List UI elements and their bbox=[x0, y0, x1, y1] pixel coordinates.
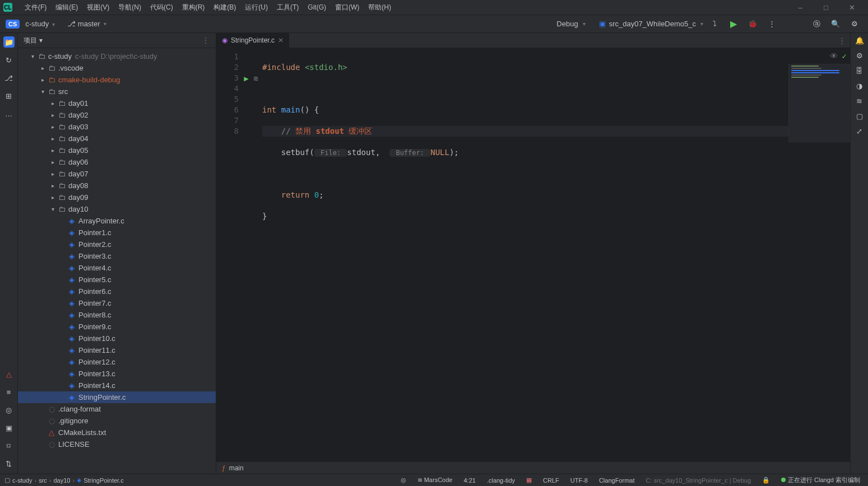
line-number[interactable]: 4 bbox=[216, 83, 239, 94]
menu-item[interactable]: 窗口(W) bbox=[331, 0, 364, 15]
tree-row[interactable]: ▸◈Pointer8.c bbox=[18, 309, 216, 321]
terminal-icon[interactable]: ⌑ bbox=[3, 440, 15, 451]
todo-icon[interactable]: ≡ bbox=[3, 386, 15, 398]
line-number[interactable]: 7 bbox=[216, 115, 239, 126]
tree-row[interactable]: ▸🗀day09 bbox=[18, 191, 216, 203]
project-icon[interactable]: 📁 bbox=[3, 36, 15, 48]
tree-row[interactable]: ▸◌.clang-format bbox=[18, 403, 216, 415]
tree-row[interactable]: ▸🗀day03 bbox=[18, 121, 216, 133]
tree-toggle[interactable]: ▸ bbox=[48, 112, 57, 118]
tree-toggle[interactable]: ▸ bbox=[48, 183, 57, 189]
menu-item[interactable]: 工具(T) bbox=[272, 0, 303, 15]
menu-item[interactable]: 编辑(E) bbox=[51, 0, 82, 15]
maximize-button[interactable]: □ bbox=[813, 0, 839, 15]
menu-item[interactable]: 帮助(H) bbox=[364, 0, 396, 15]
tree-row[interactable]: ▸◈Pointer3.c bbox=[18, 250, 216, 262]
tree-row[interactable]: ▸◈Pointer1.c bbox=[18, 227, 216, 239]
indexing-progress[interactable]: 正在进行 Clangd 索引编制 bbox=[778, 476, 864, 484]
tree-toggle[interactable]: ▸ bbox=[48, 147, 57, 153]
target-status[interactable]: C: src_day10_StringPointer_c | Debug bbox=[643, 477, 755, 484]
tree-row[interactable]: ▸🗀day08 bbox=[18, 180, 216, 191]
aim-icon[interactable]: ◎ bbox=[397, 476, 410, 484]
tree-row[interactable]: ▸◈Pointer5.c bbox=[18, 274, 216, 286]
project-selector[interactable]: c-study ▾ bbox=[25, 20, 55, 28]
build-config-selector[interactable]: Debug ▾ bbox=[556, 20, 585, 28]
tree-row[interactable]: ▸◈Pointer9.c bbox=[18, 321, 216, 333]
expand-icon[interactable]: ⤢ bbox=[856, 127, 862, 135]
line-number[interactable]: 6 bbox=[216, 105, 239, 115]
menu-item[interactable]: 导航(N) bbox=[114, 0, 146, 15]
tree-toggle[interactable]: ▸ bbox=[48, 194, 57, 200]
path-breadcrumb[interactable]: ▢ c-study› src› day10› ◈ StringPointer.c bbox=[4, 476, 124, 484]
ai-icon[interactable]: ⚙ bbox=[856, 52, 863, 60]
services-icon[interactable]: ◑ bbox=[856, 82, 862, 90]
tree-toggle[interactable]: ▸ bbox=[48, 159, 57, 165]
tree-row[interactable]: ▸◈Pointer4.c bbox=[18, 262, 216, 274]
tree-row[interactable]: ▸🗀day05 bbox=[18, 144, 216, 156]
minimap[interactable] bbox=[788, 64, 850, 142]
tree-row[interactable]: ▸◌.gitignore bbox=[18, 415, 216, 427]
line-number[interactable]: 1 bbox=[216, 52, 239, 62]
tree-row[interactable]: ▸◈Pointer2.c bbox=[18, 239, 216, 250]
marscode-status[interactable]: ≋ MarsCode bbox=[414, 476, 456, 484]
tree-toggle[interactable]: ▸ bbox=[38, 65, 47, 71]
close-icon[interactable]: ✕ bbox=[278, 36, 284, 44]
git-tool-icon[interactable]: ⇅ bbox=[3, 458, 15, 469]
tree-toggle[interactable]: ▸ bbox=[48, 171, 57, 177]
close-button[interactable]: ✕ bbox=[839, 0, 865, 15]
menu-item[interactable]: 文件(F) bbox=[20, 0, 51, 15]
run-marker-icon[interactable]: ▶ bbox=[244, 74, 248, 83]
menu-item[interactable]: Git(G) bbox=[303, 0, 331, 15]
tree-row[interactable]: ▸🗀day07 bbox=[18, 168, 216, 180]
menu-item[interactable]: 重构(R) bbox=[178, 0, 210, 15]
tree-toggle[interactable]: ▸ bbox=[38, 77, 47, 83]
vcs-branch-selector[interactable]: ⎇ master ▾ bbox=[67, 20, 106, 28]
grid-icon[interactable]: ▦ bbox=[523, 476, 535, 484]
tree-toggle[interactable]: ▸ bbox=[48, 135, 57, 142]
inspection-ok-icon[interactable]: ✓ bbox=[842, 52, 847, 60]
project-tree[interactable]: ▾🗀c-studyc-study D:\project\c-study▸🗀.vs… bbox=[18, 48, 216, 474]
current-function-label[interactable]: main bbox=[229, 464, 244, 472]
tree-row[interactable]: ▸◈Pointer10.c bbox=[18, 333, 216, 344]
search-button[interactable]: 🔍 bbox=[828, 20, 843, 28]
lock-icon[interactable]: 🔒 bbox=[759, 476, 773, 484]
more-icon[interactable]: … bbox=[3, 108, 15, 119]
code-content[interactable]: #include <stdio.h> int main() { // 禁用 st… bbox=[259, 48, 850, 461]
tree-row[interactable]: ▸◈Pointer14.c bbox=[18, 380, 216, 391]
tree-row[interactable]: ▸◈ArrayPointer.c bbox=[18, 215, 216, 227]
more-button[interactable]: ⋮ bbox=[764, 20, 779, 28]
tree-row[interactable]: ▸🗀day04 bbox=[18, 133, 216, 144]
tree-row[interactable]: ▸◈Pointer11.c bbox=[18, 344, 216, 356]
tree-toggle[interactable]: ▾ bbox=[48, 206, 57, 212]
tree-row[interactable]: ▸△CMakeLists.txt bbox=[18, 427, 216, 438]
structure-icon[interactable]: ⊞ bbox=[3, 90, 15, 101]
tree-row[interactable]: ▸🗀day02 bbox=[18, 109, 216, 121]
settings-button[interactable]: ⚙ bbox=[847, 20, 862, 28]
run-button[interactable]: ▶ bbox=[726, 18, 741, 29]
notifications-icon[interactable]: 🔔 bbox=[855, 36, 864, 45]
editor-options-icon[interactable]: ⋮ bbox=[834, 36, 850, 45]
tree-row[interactable]: ▸◌LICENSE bbox=[18, 438, 216, 450]
tree-row[interactable]: ▾🗀day10 bbox=[18, 203, 216, 215]
line-number[interactable]: 8 bbox=[216, 126, 239, 137]
tree-row[interactable]: ▸🗀.vscode bbox=[18, 62, 216, 74]
menu-item[interactable]: 构建(B) bbox=[209, 0, 240, 15]
tree-row[interactable]: ▸◈Pointer7.c bbox=[18, 297, 216, 309]
vcs-icon[interactable]: ⎇ bbox=[3, 72, 15, 83]
tree-row[interactable]: ▸🗀day06 bbox=[18, 156, 216, 168]
line-number[interactable]: 5 bbox=[216, 94, 239, 105]
translate-button[interactable]: ⓐ bbox=[809, 19, 824, 29]
chevron-down-icon[interactable]: ▾ bbox=[39, 36, 43, 44]
clang-tidy-status[interactable]: .clang-tidy bbox=[484, 477, 518, 484]
search-icon[interactable]: ▢ bbox=[856, 112, 863, 120]
database-icon[interactable]: 🗄 bbox=[856, 67, 863, 75]
tree-row[interactable]: ▸◈Pointer13.c bbox=[18, 368, 216, 380]
menu-item[interactable]: 代码(C) bbox=[146, 0, 178, 15]
tree-toggle[interactable]: ▸ bbox=[48, 124, 57, 130]
line-number[interactable]: 3 bbox=[216, 73, 239, 83]
tree-row[interactable]: ▾🗀src bbox=[18, 86, 216, 97]
marscode-icon[interactable]: ≋ bbox=[856, 97, 862, 105]
cmake-icon[interactable]: △ bbox=[3, 368, 15, 380]
tree-toggle[interactable]: ▾ bbox=[28, 53, 37, 59]
tree-row[interactable]: ▾🗀c-studyc-study D:\project\c-study bbox=[18, 50, 216, 62]
